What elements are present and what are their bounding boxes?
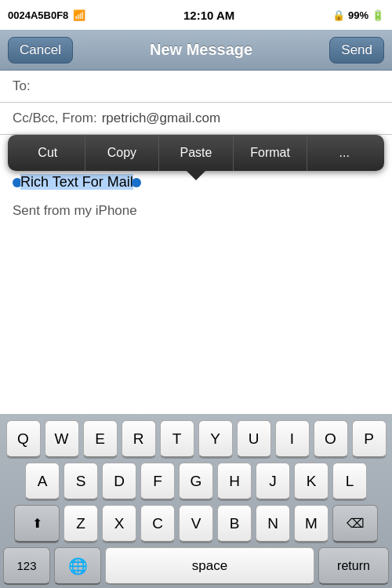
shift-key[interactable]: ⬆ xyxy=(14,505,60,543)
key-o[interactable]: O xyxy=(314,420,348,458)
key-n[interactable]: N xyxy=(256,505,290,543)
key-row-3: ⬆ Z X C V B N M ⌫ xyxy=(3,505,389,543)
key-a[interactable]: A xyxy=(25,463,60,500)
wifi-icon: 📶 xyxy=(73,9,85,21)
cc-row[interactable]: Cc/Bcc, From: rpetrich@gmail.com xyxy=(0,103,392,135)
key-j[interactable]: J xyxy=(256,463,290,500)
key-g[interactable]: G xyxy=(179,463,213,500)
cancel-button[interactable]: Cancel xyxy=(8,37,73,64)
to-row[interactable]: To: xyxy=(0,71,392,103)
key-t[interactable]: T xyxy=(160,420,194,458)
key-q[interactable]: Q xyxy=(6,420,41,458)
lock-icon: 🔒 xyxy=(332,9,345,21)
selection-handle-right xyxy=(132,178,141,187)
context-menu-arrow xyxy=(187,171,205,180)
key-u[interactable]: U xyxy=(237,420,271,458)
carrier-text: 0024A5B0F8 xyxy=(8,9,68,21)
key-s[interactable]: S xyxy=(64,463,98,500)
status-left: 0024A5B0F8 📶 xyxy=(8,9,85,21)
send-button[interactable]: Send xyxy=(329,37,384,64)
nav-bar: Cancel New Message Send xyxy=(0,30,392,71)
key-h[interactable]: H xyxy=(217,463,252,500)
key-x[interactable]: X xyxy=(102,505,136,543)
delete-key[interactable]: ⌫ xyxy=(332,505,378,543)
globe-key[interactable]: 🌐 xyxy=(54,547,101,585)
key-f[interactable]: F xyxy=(140,463,175,500)
key-z[interactable]: Z xyxy=(64,505,98,543)
key-b[interactable]: B xyxy=(217,505,252,543)
format-button[interactable]: Format xyxy=(234,135,308,171)
context-menu: Cut Copy Paste Format ... xyxy=(8,135,384,171)
to-label: To: xyxy=(13,78,31,94)
key-row-1: Q W E R T Y U I O P xyxy=(3,420,389,458)
cc-label: Cc/Bcc, From: xyxy=(13,111,97,126)
key-r[interactable]: R xyxy=(122,420,156,458)
paste-button[interactable]: Paste xyxy=(159,135,234,171)
more-button[interactable]: ... xyxy=(307,135,381,171)
nav-title: New Message xyxy=(73,41,329,59)
status-right: 🔒 99% 🔋 xyxy=(332,9,384,21)
num-key[interactable]: 123 xyxy=(3,547,50,585)
key-y[interactable]: Y xyxy=(198,420,233,458)
battery-text: 99% xyxy=(348,9,368,21)
status-time: 12:10 AM xyxy=(183,9,234,22)
key-row-bottom: 123 🌐 space return xyxy=(3,547,389,585)
key-m[interactable]: M xyxy=(294,505,328,543)
key-c[interactable]: C xyxy=(140,505,175,543)
key-e[interactable]: E xyxy=(83,420,118,458)
compose-area[interactable]: Cut Copy Paste Format ... Rich Text For … xyxy=(0,135,392,237)
context-menu-bubble: Cut Copy Paste Format ... xyxy=(8,135,384,171)
selected-text: Rich Text For Mail xyxy=(20,174,133,190)
cut-button[interactable]: Cut xyxy=(11,135,85,171)
key-i[interactable]: I xyxy=(275,420,310,458)
key-d[interactable]: D xyxy=(102,463,136,500)
key-p[interactable]: P xyxy=(352,420,387,458)
sent-from-text: Sent from my iPhone xyxy=(0,198,392,227)
battery-icon: 🔋 xyxy=(372,9,384,21)
space-key[interactable]: space xyxy=(105,547,314,585)
key-row-2: A S D F G H J K L xyxy=(3,463,389,500)
from-value: rpetrich@gmail.com xyxy=(102,111,220,126)
key-w[interactable]: W xyxy=(45,420,79,458)
key-l[interactable]: L xyxy=(332,463,367,500)
keyboard: Q W E R T Y U I O P A S D F G H J K L ⬆ … xyxy=(0,414,392,588)
status-bar: 0024A5B0F8 📶 12:10 AM 🔒 99% 🔋 xyxy=(0,0,392,30)
key-v[interactable]: V xyxy=(179,505,213,543)
copy-button[interactable]: Copy xyxy=(85,135,160,171)
return-key[interactable]: return xyxy=(318,547,389,585)
key-k[interactable]: K xyxy=(294,463,328,500)
email-fields: To: Cc/Bcc, From: rpetrich@gmail.com xyxy=(0,71,392,135)
